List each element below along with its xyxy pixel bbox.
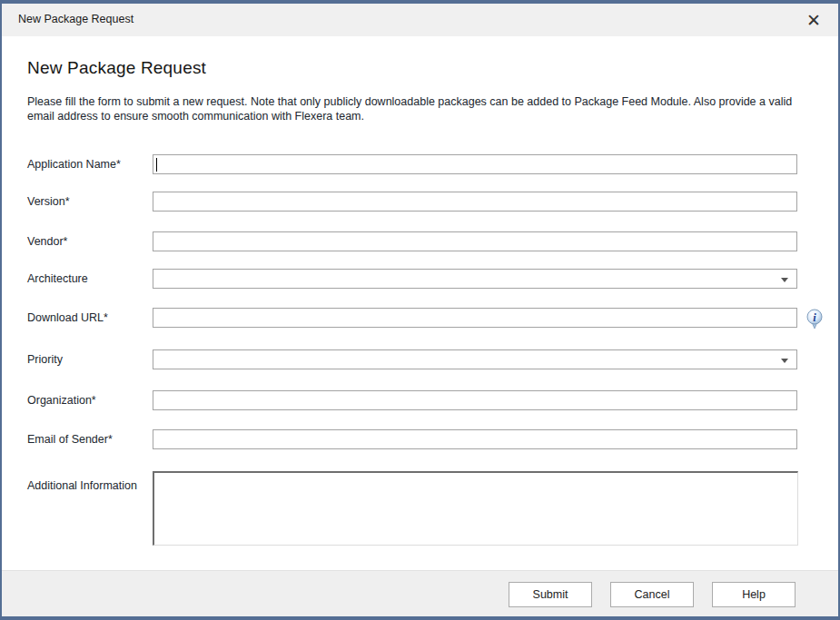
form-row-additional-information: Additional Information [2,471,838,549]
organization-input[interactable] [153,390,797,410]
form-row-application-name: Application Name* [2,154,838,174]
form-row-architecture: Architecture [2,269,838,289]
help-button[interactable]: Help [712,582,796,607]
form-row-vendor: Vendor* [2,231,838,251]
priority-select[interactable] [153,349,797,369]
email-of-sender-input[interactable] [153,429,797,449]
new-package-request-dialog: New Package Request ✕ New Package Reques… [0,0,840,620]
download-url-label: Download URL* [27,311,108,324]
architecture-select[interactable] [153,269,797,289]
page-title: New Package Request [27,58,206,78]
form-row-priority: Priority [2,349,838,369]
version-input[interactable] [153,192,797,212]
form-row-organization: Organization* [2,390,838,410]
additional-information-textarea[interactable] [153,471,798,546]
version-label: Version* [27,195,70,208]
priority-label: Priority [27,353,63,366]
form-row-download-url: Download URL* i [2,308,838,328]
window-title: New Package Request [18,13,133,25]
application-name-input[interactable] [153,154,797,174]
page-description: Please fill the form to submit a new req… [27,94,814,123]
application-name-label: Application Name* [27,158,121,171]
architecture-label: Architecture [27,272,88,285]
info-balloon-icon[interactable]: i [806,309,823,330]
close-icon[interactable]: ✕ [800,7,827,33]
titlebar: New Package Request ✕ [2,4,838,36]
dialog-body: New Package Request Please fill the form… [2,36,838,570]
additional-information-label: Additional Information [27,479,137,492]
vendor-label: Vendor* [27,235,67,248]
form-row-email-of-sender: Email of Sender* [2,429,838,449]
download-url-input[interactable] [153,308,797,328]
form-row-version: Version* [2,192,838,212]
organization-label: Organization* [27,394,96,407]
text-caret [156,158,157,172]
submit-button[interactable]: Submit [509,582,592,607]
email-of-sender-label: Email of Sender* [27,433,113,446]
chevron-down-icon[interactable] [781,278,788,282]
svg-text:i: i [813,311,816,324]
dialog-footer: Submit Cancel Help [2,570,838,616]
vendor-input[interactable] [153,231,797,251]
cancel-button[interactable]: Cancel [610,582,694,607]
chevron-down-icon[interactable] [781,359,788,363]
